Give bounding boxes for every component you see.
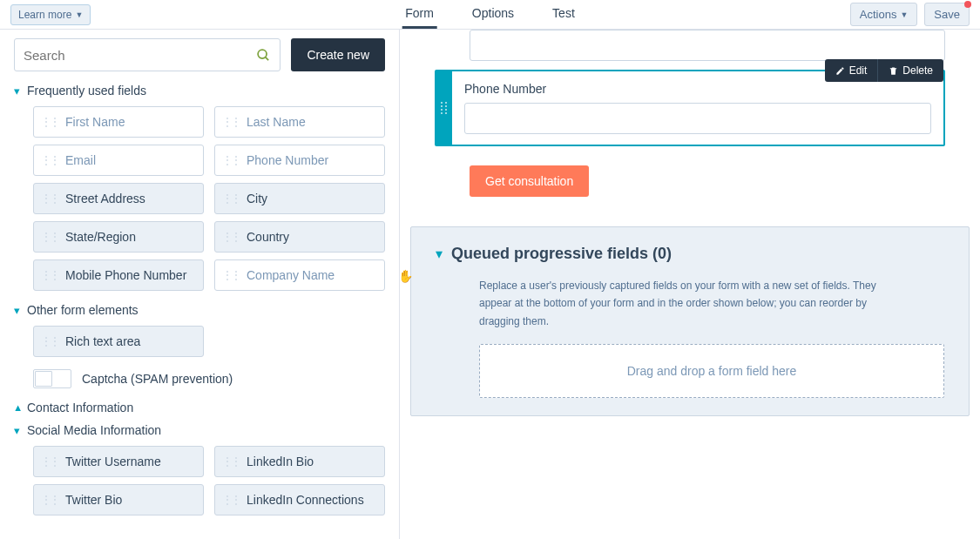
field-chip[interactable]: ⋮⋮LinkedIn Connections (214, 484, 385, 515)
field-chip[interactable]: ⋮⋮Phone Number (214, 145, 385, 176)
drag-handle-icon: ⋮⋮ (41, 269, 58, 281)
section-frequent-title: Frequently used fields (27, 84, 146, 98)
field-chip[interactable]: ⋮⋮Twitter Username (33, 446, 204, 477)
field-chip[interactable]: ⋮⋮Company Name (214, 259, 385, 291)
drag-handle-icon: ⋮⋮ (222, 494, 240, 506)
delete-label: Delete (902, 64, 933, 77)
field-chip[interactable]: ⋮⋮First Name (33, 106, 204, 138)
toggle-knob (35, 371, 52, 387)
caret-down-icon: ▼ (75, 10, 83, 19)
actions-button[interactable]: Actions ▼ (850, 3, 918, 26)
field-label: Phone Number (464, 82, 931, 96)
trash-icon (889, 66, 898, 76)
section-contact-toggle[interactable]: ▸ Contact Information (14, 401, 385, 414)
other-fields-grid: ⋮⋮Rich text area (14, 326, 385, 357)
field-chip[interactable]: ⋮⋮Rich text area (33, 326, 204, 357)
social-fields-grid: ⋮⋮Twitter Username⋮⋮LinkedIn Bio⋮⋮Twitte… (14, 446, 385, 515)
chevron-down-icon: ▾ (14, 304, 20, 317)
svg-point-0 (259, 50, 267, 58)
field-chip-label: Email (65, 153, 96, 167)
section-other-toggle[interactable]: ▾ Other form elements (14, 303, 385, 317)
submit-label: Get consultation (485, 174, 573, 188)
field-chip[interactable]: ⋮⋮City (214, 183, 385, 214)
field-chip[interactable]: ⋮⋮State/Region (33, 221, 204, 253)
create-new-button[interactable]: Create new (291, 38, 385, 71)
queued-title: Queued progressive fields (0) (451, 245, 672, 263)
queued-header[interactable]: ▾ Queued progressive fields (0) (436, 245, 944, 263)
field-chip-label: Mobile Phone Number (65, 268, 186, 282)
field-chip[interactable]: ⋮⋮Mobile Phone Number (33, 259, 204, 291)
tab-form[interactable]: Form (402, 0, 437, 29)
field-body: Phone Number (452, 71, 943, 145)
field-chip[interactable]: ⋮⋮Street Address (33, 183, 204, 214)
field-chip-label: Phone Number (247, 153, 328, 167)
tab-test[interactable]: Test (549, 0, 578, 29)
drag-handle-icon: ⋮⋮ (222, 116, 240, 128)
field-chip-label: LinkedIn Bio (247, 455, 314, 468)
captcha-label: Captcha (SPAM prevention) (82, 372, 233, 386)
captcha-row: Captcha (SPAM prevention) (14, 369, 385, 388)
pencil-icon (835, 66, 845, 76)
submit-button[interactable]: Get consultation (470, 165, 589, 197)
top-actions: Actions ▼ Save (850, 3, 970, 26)
section-frequent-toggle[interactable]: ▾ Frequently used fields (14, 84, 385, 98)
field-chip-label: LinkedIn Connections (247, 493, 364, 507)
previous-form-input[interactable] (470, 30, 945, 61)
section-social-toggle[interactable]: ▾ Social Media Information (14, 423, 385, 437)
sidebar: Create new ▾ Frequently used fields ⋮⋮Fi… (0, 30, 400, 539)
field-chip[interactable]: ⋮⋮Email (33, 145, 204, 176)
delete-field-button[interactable]: Delete (878, 59, 943, 82)
tab-options[interactable]: Options (469, 0, 517, 29)
field-chip-label: Company Name (247, 268, 335, 282)
search-input-wrap[interactable] (14, 38, 280, 71)
drag-handle-icon: ⋮⋮ (41, 192, 58, 205)
save-button[interactable]: Save (924, 3, 970, 26)
captcha-toggle[interactable] (33, 369, 71, 388)
chevron-down-icon: ▾ (14, 424, 20, 437)
drag-handle-icon: ⋮⋮ (41, 494, 58, 506)
drag-handle-icon: ⋮⋮ (41, 455, 58, 468)
drag-handle-icon: ⋮⋮ (41, 231, 58, 243)
create-new-label: Create new (307, 48, 369, 62)
drag-handle-icon: ⋮⋮ (222, 269, 240, 281)
search-input[interactable] (24, 48, 256, 63)
chevron-down-icon: ▾ (436, 246, 443, 262)
queued-dropzone[interactable]: Drag and drop a form field here (479, 344, 944, 398)
form-field-phone[interactable]: Edit Delete Phone Number (435, 70, 945, 146)
field-chip-label: First Name (65, 115, 125, 129)
field-chip-label: Twitter Username (65, 455, 161, 468)
chevron-right-icon: ▸ (10, 405, 24, 411)
unsaved-indicator-icon (964, 1, 971, 8)
phone-input[interactable] (464, 103, 931, 134)
form-canvas: Edit Delete Phone Number Get consultatio… (400, 30, 980, 539)
drag-handle-icon: ⋮⋮ (41, 335, 58, 347)
drag-handle-icon: ⋮⋮ (222, 455, 240, 468)
field-chip-label: Rich text area (65, 334, 140, 348)
top-bar: Learn more ▼ Form Options Test Actions ▼… (0, 0, 980, 30)
field-chip[interactable]: ⋮⋮LinkedIn Bio (214, 446, 385, 477)
tab-options-label: Options (472, 6, 514, 20)
drag-handle-icon[interactable] (436, 71, 452, 145)
svg-line-1 (266, 57, 269, 60)
field-chip[interactable]: ⋮⋮Twitter Bio (33, 484, 204, 515)
learn-more-button[interactable]: Learn more ▼ (10, 4, 91, 25)
field-actions: Edit Delete (825, 59, 943, 82)
field-chip[interactable]: ⋮⋮Last Name (214, 106, 385, 138)
field-chip[interactable]: ⋮⋮Country (214, 221, 385, 253)
field-chip-label: Last Name (247, 115, 306, 129)
grab-cursor-icon: ✋ (400, 269, 413, 283)
field-chip-label: State/Region (65, 230, 136, 244)
save-label: Save (934, 8, 960, 21)
field-chip-label: Country (247, 230, 289, 244)
field-chip-label: Twitter Bio (65, 493, 122, 507)
edit-field-button[interactable]: Edit (825, 59, 879, 82)
actions-label: Actions (860, 8, 897, 21)
tab-form-label: Form (405, 6, 434, 20)
drag-handle-icon: ⋮⋮ (41, 116, 58, 128)
drag-handle-icon: ⋮⋮ (41, 154, 58, 166)
drag-handle-icon: ⋮⋮ (222, 154, 240, 166)
queued-description: Replace a user's previously captured fie… (479, 277, 880, 330)
drag-handle-icon: ⋮⋮ (222, 192, 240, 205)
dropzone-label: Drag and drop a form field here (627, 364, 797, 378)
learn-more-label: Learn more (18, 9, 71, 21)
